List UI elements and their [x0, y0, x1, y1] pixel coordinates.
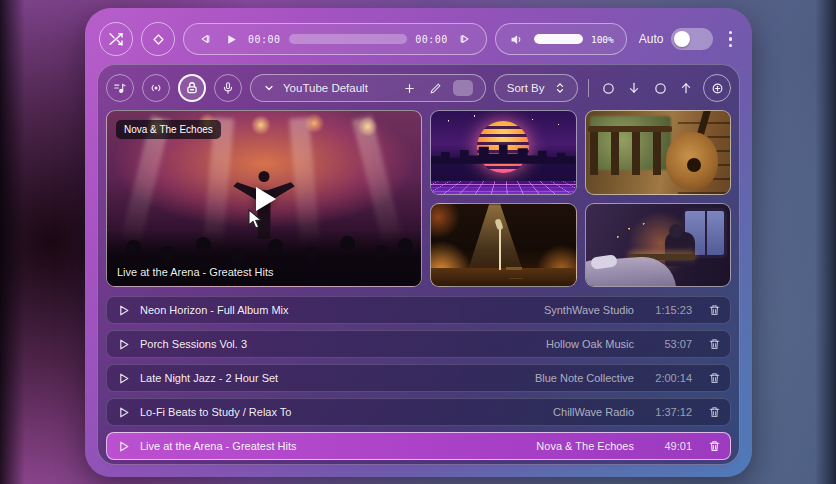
shuffle-button[interactable]: [99, 22, 133, 56]
lock-icon: [185, 81, 199, 95]
crowd-silhouette: [126, 240, 141, 255]
playlist-row[interactable]: Lo-Fi Beats to Study / Relax To ChillWav…: [106, 398, 731, 426]
track-duration: 53:07: [644, 338, 692, 350]
track-title: Live at the Arena - Greatest Hits: [140, 440, 526, 452]
spotlight-beam: [463, 204, 529, 275]
artist-badge: Nova & The Echoes: [116, 120, 221, 139]
playlist-row[interactable]: Live at the Arena - Greatest Hits Nova &…: [106, 432, 731, 460]
porch-railing: [590, 129, 671, 175]
diamond-icon: [151, 32, 166, 47]
preset-value: YouTube Default: [283, 82, 368, 94]
sort-by-dropdown[interactable]: Sort By: [494, 74, 578, 102]
broadcast-icon: [149, 81, 163, 95]
autoplay-group: Auto: [639, 28, 713, 50]
add-preset-button[interactable]: [401, 82, 419, 95]
main-panel: YouTube Default Sort By: [97, 64, 740, 465]
thumbnail-grid: [430, 110, 731, 287]
row-play-icon[interactable]: [117, 304, 130, 317]
trash-icon[interactable]: [708, 371, 721, 385]
overflow-menu-button[interactable]: [723, 27, 739, 52]
neon-grid: [430, 181, 577, 194]
play-button[interactable]: [222, 33, 240, 46]
volume-icon[interactable]: [508, 32, 526, 47]
thumbnail-cozy-room[interactable]: [585, 203, 732, 288]
stage-light-beam: [289, 117, 320, 244]
video-caption: Live at the Arena - Greatest Hits: [117, 266, 274, 278]
track-channel: SynthWave Studio: [544, 304, 634, 316]
track-channel: Blue Note Collective: [535, 372, 634, 384]
current-time: 00:00: [248, 34, 281, 45]
music-note-icon: [113, 81, 127, 95]
row-play-icon[interactable]: [117, 440, 130, 453]
previous-button[interactable]: [196, 32, 214, 46]
thumbnail-jazz-stage[interactable]: [430, 203, 577, 288]
stage-floor: [431, 268, 576, 286]
city-skyline: [431, 144, 576, 164]
video-player[interactable]: Nova & The Echoes Live at the Arena - Gr…: [106, 110, 422, 287]
track-channel: Nova & The Echoes: [536, 440, 634, 452]
broadcast-button[interactable]: [142, 74, 170, 102]
scroll-target-bottom-icon[interactable]: [599, 81, 617, 96]
volume-percent: 100%: [591, 34, 614, 45]
thumbnail-porch-guitar[interactable]: [585, 110, 732, 195]
thumbnail-synthwave-city[interactable]: [430, 110, 577, 195]
sort-chevrons-icon: [555, 81, 565, 95]
stool: [506, 267, 522, 270]
shuffle-icon: [108, 31, 124, 47]
seek-bar-group: 00:00 00:00: [183, 23, 487, 55]
app-window: 00:00 00:00 100%: [85, 8, 752, 477]
scroll-up-button[interactable]: [677, 81, 695, 95]
autoplay-toggle[interactable]: [671, 28, 713, 50]
toggle-knob: [674, 31, 690, 47]
track-channel: ChillWave Radio: [553, 406, 634, 418]
volume-group: 100%: [495, 23, 627, 55]
microphone-button[interactable]: [214, 74, 242, 102]
video-play-icon[interactable]: [256, 187, 276, 211]
track-duration: 1:15:23: [644, 304, 692, 316]
scroll-down-button[interactable]: [625, 81, 643, 95]
mic-stand: [499, 228, 501, 270]
trash-icon[interactable]: [708, 439, 721, 453]
seek-slider[interactable]: [289, 34, 408, 44]
playlist-row[interactable]: Late Night Jazz - 2 Hour Set Blue Note C…: [106, 364, 731, 392]
track-title: Porch Sessions Vol. 3: [140, 338, 536, 350]
row-play-icon[interactable]: [117, 406, 130, 419]
playlist: Neon Horizon - Full Album Mix SynthWave …: [106, 296, 731, 456]
playlist-row[interactable]: Porch Sessions Vol. 3 Hollow Oak Music 5…: [106, 330, 731, 358]
library-toolbar: YouTube Default Sort By: [106, 73, 731, 103]
performer-silhouette: [259, 171, 270, 182]
transport-bar: 00:00 00:00 100%: [97, 16, 740, 62]
trash-icon[interactable]: [708, 337, 721, 351]
volume-slider[interactable]: [534, 34, 583, 44]
stage-light-beam: [352, 116, 402, 243]
preset-action-chip[interactable]: [453, 80, 473, 96]
track-title: Neon Horizon - Full Album Mix: [140, 304, 534, 316]
edit-preset-button[interactable]: [427, 82, 445, 95]
track-duration: 2:00:14: [644, 372, 692, 384]
total-time: 00:00: [415, 34, 448, 45]
locate-current-button[interactable]: [703, 74, 731, 102]
mouse-cursor: [248, 209, 263, 230]
row-play-icon[interactable]: [117, 338, 130, 351]
porch-rail: [588, 126, 672, 132]
tracks-button[interactable]: [106, 74, 134, 102]
trash-icon[interactable]: [708, 303, 721, 317]
playlist-row[interactable]: Neon Horizon - Full Album Mix SynthWave …: [106, 296, 731, 324]
preset-dropdown[interactable]: YouTube Default: [250, 74, 486, 102]
autoplay-label: Auto: [639, 32, 664, 46]
track-title: Lo-Fi Beats to Study / Relax To: [140, 406, 543, 418]
microphone-icon: [221, 81, 235, 95]
chevron-down-icon: [263, 82, 275, 94]
scroll-target-top-icon[interactable]: [651, 81, 669, 96]
trash-icon[interactable]: [708, 405, 721, 419]
media-grid: Nova & The Echoes Live at the Arena - Gr…: [106, 110, 731, 287]
sort-by-label: Sort By: [507, 82, 545, 94]
track-title: Late Night Jazz - 2 Hour Set: [140, 372, 525, 384]
next-button[interactable]: [456, 32, 474, 46]
desktop-background: 00:00 00:00 100%: [0, 0, 836, 484]
locked-mode-button[interactable]: [178, 74, 206, 102]
clear-button[interactable]: [141, 22, 175, 56]
circled-plus-icon: [710, 81, 725, 96]
row-play-icon[interactable]: [117, 372, 130, 385]
toolbar-divider: [588, 79, 590, 97]
